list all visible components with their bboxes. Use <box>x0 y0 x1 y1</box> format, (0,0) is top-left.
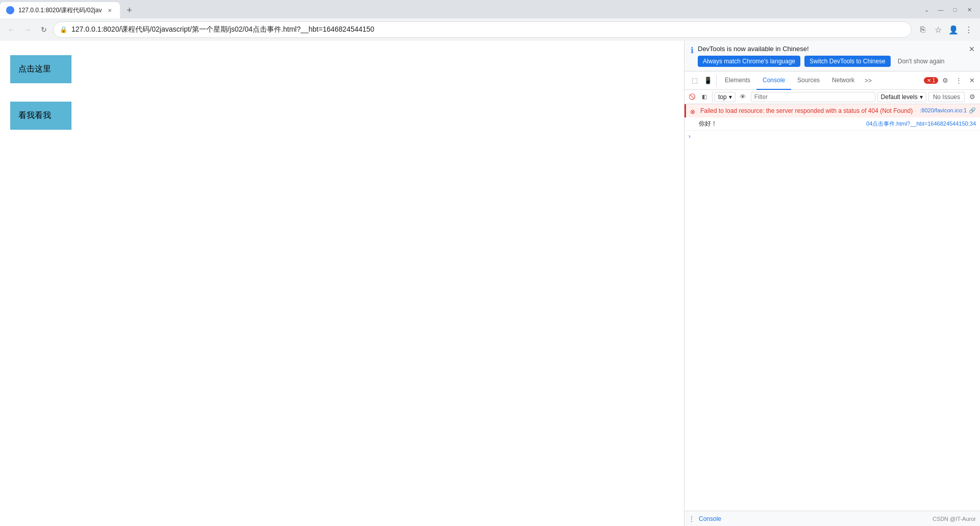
no-issues-badge: No Issues <box>928 92 965 102</box>
error-count: 1 <box>932 78 935 83</box>
page-content: 点击这里 看我看我 <box>0 41 684 526</box>
always-match-button[interactable]: Always match Chrome's language <box>698 56 800 67</box>
log-message: 你好！ <box>699 119 717 128</box>
notification-close-button[interactable]: ✕ <box>967 44 977 54</box>
tab-bar: 127.0.0.1:8020/课程代码/02jav ✕ + ⌄ — □ ✕ <box>0 0 980 18</box>
click-here-button[interactable]: 点击这里 <box>10 55 71 83</box>
default-levels-label: Default levels <box>881 93 918 101</box>
context-dropdown-icon: ▾ <box>729 93 732 101</box>
lock-icon: 🔒 <box>60 26 67 33</box>
levels-dropdown-icon: ▾ <box>920 93 923 101</box>
notification-text: DevTools is now available in Chinese! <box>698 45 974 53</box>
dont-show-button[interactable]: Don't show again <box>895 56 948 67</box>
menu-icon[interactable]: ⋮ <box>962 22 976 37</box>
filter-input[interactable] <box>751 92 875 102</box>
devtools-more-icon[interactable]: ⋮ <box>952 75 965 87</box>
window-controls: ⌄ — □ ✕ <box>920 3 980 18</box>
info-icon: ℹ <box>691 45 694 55</box>
context-label: top <box>718 93 727 101</box>
toggle-sidebar-icon[interactable]: ◧ <box>699 91 710 103</box>
new-tab-button[interactable]: + <box>122 3 136 17</box>
forward-button[interactable]: → <box>20 22 35 37</box>
more-tabs-button[interactable]: >> <box>861 77 876 84</box>
page-buttons: 点击这里 看我看我 <box>10 55 674 130</box>
toolbar-icons: ⎘ ☆ 👤 ⋮ <box>916 22 976 37</box>
bottom-menu-button[interactable]: ⋮ <box>689 515 695 522</box>
address-bar: ← → ↻ 🔒 127.0.0.1:8020/课程代码/02javascript… <box>0 18 980 41</box>
device-toolbar-icon[interactable]: 📱 <box>702 75 714 87</box>
tab-favicon <box>6 6 14 14</box>
console-settings-icon[interactable]: ⚙ <box>967 91 978 103</box>
watch-me-button[interactable]: 看我看我 <box>10 102 71 130</box>
browser-window: 127.0.0.1:8020/课程代码/02jav ✕ + ⌄ — □ ✕ ← … <box>0 0 980 526</box>
active-tab[interactable]: 127.0.0.1:8020/课程代码/02jav ✕ <box>0 2 120 18</box>
devtools-close-icon[interactable]: ✕ <box>966 75 978 87</box>
tab-title: 127.0.0.1:8020/课程代码/02jav <box>18 6 102 15</box>
default-levels-dropdown[interactable]: Default levels ▾ <box>877 92 926 102</box>
console-toolbar: 🚫 ◧ top ▾ 👁 Default levels ▾ No Issues ⚙ <box>684 90 980 104</box>
console-log-row: 你好！ 04点击事件.html?__hbt=1646824544150:34 <box>684 117 980 131</box>
error-x-icon: ✕ <box>927 78 931 83</box>
devtools-panel: ℹ DevTools is now available in Chinese! … <box>684 41 980 526</box>
attribution-text: CSDN @IT-Auror <box>933 516 976 522</box>
console-content: ⊗ Failed to load resource: the server re… <box>684 104 980 511</box>
devtools-toolbar-left: ⬚ 📱 <box>687 75 717 87</box>
tab-network[interactable]: Network <box>826 71 861 90</box>
console-toolbar-left: 🚫 ◧ <box>687 91 713 103</box>
svg-point-0 <box>8 8 13 13</box>
address-input[interactable]: 🔒 127.0.0.1:8020/课程代码/02javascript/第一个星期… <box>53 21 912 38</box>
devtools-settings-icon[interactable]: ⚙ <box>939 75 951 87</box>
error-badge: ✕ 1 <box>924 77 938 84</box>
notification-content: DevTools is now available in Chinese! Al… <box>698 45 974 67</box>
minimize-button[interactable]: — <box>934 3 947 16</box>
error-message: Failed to load resource: the server resp… <box>700 107 916 114</box>
clear-console-icon[interactable]: 🚫 <box>687 91 698 103</box>
tab-elements[interactable]: Elements <box>719 71 756 90</box>
log-source-link[interactable]: 04点击事件.html?__hbt=1646824544150:34 <box>866 120 976 128</box>
tab-list-button[interactable]: ⌄ <box>920 3 933 16</box>
url-text: 127.0.0.1:8020/课程代码/02javascript/第一个星期/j… <box>71 25 905 34</box>
tab-console[interactable]: Console <box>756 71 791 90</box>
error-source-link[interactable]: :8020/favicon.ico:1 <box>920 107 967 113</box>
error-circle-icon: ⊗ <box>690 108 695 115</box>
main-area: 点击这里 看我看我 ℹ DevTools is now available in… <box>0 41 980 526</box>
profile-icon[interactable]: 👤 <box>946 22 961 37</box>
devtools-notification: ℹ DevTools is now available in Chinese! … <box>684 41 980 71</box>
devtools-bottom-bar: ⋮ Console CSDN @IT-Auror <box>684 511 980 526</box>
bottom-menu-icon: ⋮ <box>689 515 695 522</box>
switch-chinese-button[interactable]: Switch DevTools to Chinese <box>804 56 891 67</box>
context-select[interactable]: top ▾ <box>715 92 736 102</box>
cast-icon[interactable]: ⎘ <box>916 22 930 37</box>
tab-close-button[interactable]: ✕ <box>106 6 114 14</box>
inspect-element-icon[interactable]: ⬚ <box>689 75 701 87</box>
close-window-button[interactable]: ✕ <box>963 3 976 16</box>
bottom-tab-label: Console <box>699 515 721 522</box>
devtools-settings: ✕ 1 ⚙ ⋮ ✕ <box>922 75 978 87</box>
bookmark-icon[interactable]: ☆ <box>931 22 945 37</box>
back-button[interactable]: ← <box>4 22 18 37</box>
devtools-tabs: ⬚ 📱 Elements Console Sources Network >> … <box>684 71 980 90</box>
notification-buttons: Always match Chrome's language Switch De… <box>698 56 974 67</box>
external-link-icon: 🔗 <box>969 107 976 114</box>
refresh-button[interactable]: ↻ <box>37 22 51 37</box>
prompt-arrow-icon: › <box>689 133 691 140</box>
console-error-row: ⊗ Failed to load resource: the server re… <box>684 104 980 117</box>
maximize-button[interactable]: □ <box>948 3 962 16</box>
eye-icon[interactable]: 👁 <box>738 91 749 103</box>
console-prompt[interactable]: › <box>684 131 980 142</box>
tab-sources[interactable]: Sources <box>791 71 826 90</box>
